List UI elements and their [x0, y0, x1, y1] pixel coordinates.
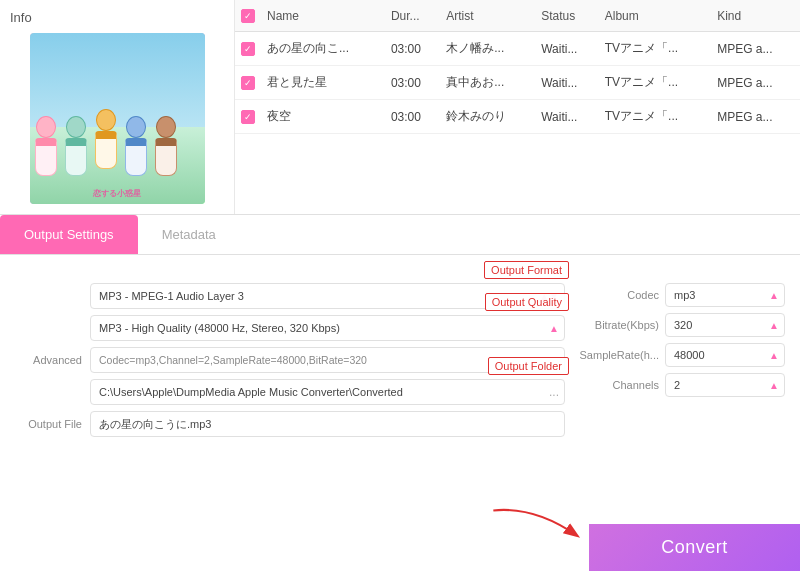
channels-input[interactable]: [665, 373, 785, 397]
file-row: Output File: [15, 411, 565, 437]
row2-kind: MPEG a...: [711, 66, 800, 100]
quality-row: Output Quality ▲: [15, 315, 565, 341]
row3-checkbox-cell: [235, 100, 261, 134]
folder-input[interactable]: [90, 379, 565, 405]
convert-button[interactable]: Convert: [589, 524, 800, 571]
table-header-row: Name Dur... Artist Status Album Kind: [235, 0, 800, 32]
row2-status: Waiti...: [535, 66, 599, 100]
output-quality-badge: Output Quality: [485, 293, 569, 311]
character-1: [35, 116, 57, 176]
row3-artist: 鈴木みのり: [440, 100, 535, 134]
settings-tabs: Output Settings Metadata: [0, 215, 800, 255]
row3-name: 夜空: [261, 100, 385, 134]
bitrate-input[interactable]: [665, 313, 785, 337]
advanced-label: Advanced: [15, 354, 90, 366]
album-art: 恋する小惑星: [30, 33, 205, 204]
row1-artist: 木ノ幡み...: [440, 32, 535, 66]
bitrate-input-wrap: ▲: [665, 313, 785, 337]
file-input-wrap: [90, 411, 565, 437]
samplerate-row: SampleRate(h... ▲: [575, 343, 785, 367]
track-table: Name Dur... Artist Status Album Kind あの星…: [235, 0, 800, 134]
col-checkbox: [235, 0, 261, 32]
file-label: Output File: [15, 418, 90, 430]
character-4: [125, 116, 147, 176]
track-table-body: あの星の向こ... 03:00 木ノ幡み... Waiti... TVアニメ「.…: [235, 32, 800, 134]
row3-kind: MPEG a...: [711, 100, 800, 134]
codec-input-wrap: ▲: [665, 283, 785, 307]
quality-input-wrap: Output Quality ▲: [90, 315, 565, 341]
left-settings: Output Format ▲▼ Output Quality ▲: [15, 265, 565, 441]
select-all-checkbox[interactable]: [241, 9, 255, 23]
row1-album: TVアニメ「...: [599, 32, 711, 66]
character-5: [155, 116, 177, 176]
file-input[interactable]: [90, 411, 565, 437]
top-section: Info: [0, 0, 800, 215]
col-duration: Dur...: [385, 0, 440, 32]
track-table-panel: Name Dur... Artist Status Album Kind あの星…: [235, 0, 800, 214]
character-3: [95, 109, 117, 169]
col-kind: Kind: [711, 0, 800, 32]
row1-duration: 03:00: [385, 32, 440, 66]
row1-kind: MPEG a...: [711, 32, 800, 66]
table-row: 君と見た星 03:00 真中あお... Waiti... TVアニメ「... M…: [235, 66, 800, 100]
table-row: あの星の向こ... 03:00 木ノ幡み... Waiti... TVアニメ「.…: [235, 32, 800, 66]
bitrate-label: Bitrate(Kbps): [575, 319, 665, 331]
col-status: Status: [535, 0, 599, 32]
folder-input-wrap: Output Folder ...: [90, 379, 565, 405]
row3-duration: 03:00: [385, 100, 440, 134]
row2-name: 君と見た星: [261, 66, 385, 100]
folder-browse-dots[interactable]: ...: [549, 385, 559, 399]
samplerate-input[interactable]: [665, 343, 785, 367]
convert-arrow: [485, 500, 585, 553]
album-text: 恋する小惑星: [30, 188, 205, 199]
col-album: Album: [599, 0, 711, 32]
row1-name: あの星の向こ...: [261, 32, 385, 66]
col-artist: Artist: [440, 0, 535, 32]
row1-checkbox[interactable]: [241, 42, 255, 56]
row2-duration: 03:00: [385, 66, 440, 100]
codec-row: Codec ▲: [575, 283, 785, 307]
output-format-badge: Output Format: [484, 261, 569, 279]
row2-checkbox[interactable]: [241, 76, 255, 90]
row1-status: Waiti...: [535, 32, 599, 66]
codec-input[interactable]: [665, 283, 785, 307]
row3-status: Waiti...: [535, 100, 599, 134]
advanced-row: Advanced: [15, 347, 565, 373]
table-row: 夜空 03:00 鈴木みのり Waiti... TVアニメ「... MPEG a…: [235, 100, 800, 134]
samplerate-input-wrap: ▲: [665, 343, 785, 367]
channels-input-wrap: ▲: [665, 373, 785, 397]
settings-section: Output Settings Metadata Output Format ▲…: [0, 215, 800, 441]
row3-album: TVアニメ「...: [599, 100, 711, 134]
tab-metadata[interactable]: Metadata: [138, 215, 240, 254]
character-2: [65, 116, 87, 176]
channels-row: Channels ▲: [575, 373, 785, 397]
row2-checkbox-cell: [235, 66, 261, 100]
info-label: Info: [10, 10, 32, 25]
bitrate-row: Bitrate(Kbps) ▲: [575, 313, 785, 337]
format-row: Output Format ▲▼: [15, 283, 565, 309]
row2-album: TVアニメ「...: [599, 66, 711, 100]
channels-label: Channels: [575, 379, 665, 391]
quality-input[interactable]: [90, 315, 565, 341]
settings-body: Output Format ▲▼ Output Quality ▲: [0, 255, 800, 441]
row1-checkbox-cell: [235, 32, 261, 66]
sky-bg: [30, 33, 205, 127]
output-folder-badge: Output Folder: [488, 357, 569, 375]
row3-checkbox[interactable]: [241, 110, 255, 124]
samplerate-label: SampleRate(h...: [575, 349, 665, 361]
col-name: Name: [261, 0, 385, 32]
codec-label: Codec: [575, 289, 665, 301]
row2-artist: 真中あお...: [440, 66, 535, 100]
convert-button-label: Convert: [661, 537, 728, 558]
info-panel: Info: [0, 0, 235, 214]
tab-output-settings[interactable]: Output Settings: [0, 215, 138, 254]
folder-row: Output Folder ...: [15, 379, 565, 405]
right-settings: Codec ▲ Bitrate(Kbps) ▲ Sample: [575, 265, 785, 441]
